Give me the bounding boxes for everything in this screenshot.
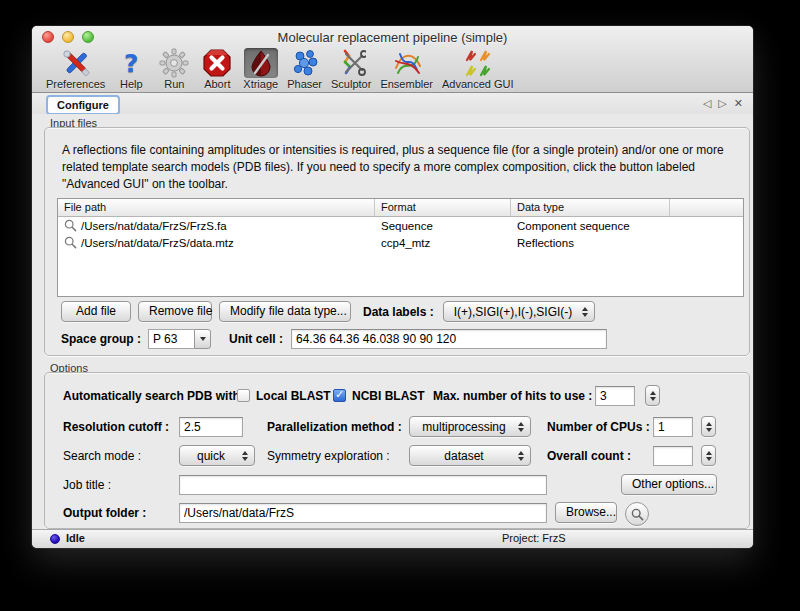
column-header-format[interactable]: Format: [375, 199, 511, 216]
toolbar-item-xtriage[interactable]: Xtriage: [243, 48, 278, 90]
tab-next-icon[interactable]: ▷: [718, 96, 726, 110]
format-cell: ccp4_mtz: [375, 237, 511, 249]
parallelization-method-label: Parallelization method :: [267, 416, 402, 438]
tab-prev-icon[interactable]: ◁: [703, 96, 711, 110]
column-header-data-type[interactable]: Data type: [511, 199, 670, 216]
modify-file-data-type-button[interactable]: Modify file data type...: [219, 301, 351, 322]
toolbar-label: Preferences: [46, 78, 105, 90]
combo-dropdown-button[interactable]: [194, 329, 211, 349]
remove-file-button[interactable]: Remove file: [138, 301, 212, 322]
data-type-cell: Component sequence: [511, 220, 670, 232]
browse-button[interactable]: Browse...: [555, 502, 617, 523]
magnifier-icon: [631, 508, 644, 521]
output-folder-input[interactable]: [179, 503, 547, 523]
toolbar: Preferences ? Help: [46, 48, 749, 92]
magnifier-icon: [64, 236, 77, 249]
data-type-cell: Reflections: [511, 237, 670, 249]
space-group-label: Space group :: [61, 328, 141, 350]
symmetry-exploration-dropdown[interactable]: dataset: [409, 445, 531, 466]
resolution-cutoff-label: Resolution cutoff :: [63, 416, 169, 438]
tab-close-icon[interactable]: ✕: [734, 96, 743, 110]
popup-arrows-icon: [578, 307, 594, 317]
column-header-file-path[interactable]: File path: [58, 199, 375, 216]
max-hits-stepper[interactable]: [645, 385, 660, 406]
format-cell: Sequence: [375, 220, 511, 232]
popup-arrows-icon: [238, 451, 254, 461]
abort-icon: [200, 48, 234, 78]
toolbar-item-help[interactable]: ? Help: [114, 48, 148, 90]
file-path-cell: /Users/nat/data/FrzS/data.mtz: [81, 237, 234, 249]
search-mode-dropdown[interactable]: quick: [179, 445, 255, 466]
input-files-description: A reflections file containing amplitudes…: [62, 142, 730, 193]
toolbar-item-phaser[interactable]: Phaser: [287, 48, 322, 90]
toolbar-label: Xtriage: [243, 78, 278, 90]
toolbar-label: Help: [120, 78, 143, 90]
add-file-button[interactable]: Add file: [61, 301, 131, 322]
xtriage-icon: [244, 48, 278, 78]
toolbar-item-preferences[interactable]: Preferences: [46, 48, 105, 90]
ensembler-icon: [390, 48, 424, 78]
data-labels-label: Data labels :: [363, 301, 434, 323]
tab-configure[interactable]: Configure: [46, 95, 120, 115]
local-blast-checkbox[interactable]: ✓: [237, 389, 250, 402]
status-bar: Idle Project: FrzS: [32, 529, 753, 548]
window-chrome: Molecular replacement pipeline (simple) …: [32, 26, 753, 93]
resolution-cutoff-input[interactable]: [179, 417, 243, 437]
input-files-groupbox: A reflections file containing amplitudes…: [44, 127, 750, 356]
overall-count-stepper[interactable]: [701, 445, 716, 466]
unit-cell-input[interactable]: [291, 329, 607, 349]
popup-arrows-icon: [514, 451, 530, 461]
popup-arrows-icon: [514, 422, 530, 432]
space-group-combobox[interactable]: [148, 329, 211, 349]
overall-count-input[interactable]: [653, 446, 693, 466]
file-table[interactable]: File path Format Data type /Users/nat/da…: [57, 198, 744, 297]
number-of-cpus-input[interactable]: [653, 417, 693, 437]
toolbar-item-advanced-gui[interactable]: Advanced GUI: [442, 48, 514, 90]
chevron-down-icon: [200, 337, 206, 341]
options-groupbox: Automatically search PDB with : ✓ Local …: [44, 372, 750, 529]
search-folder-button[interactable]: [625, 502, 649, 526]
toolbar-label: Advanced GUI: [442, 78, 514, 90]
table-row[interactable]: /Users/nat/data/FrzS/FrzS.fa Sequence Co…: [58, 217, 743, 234]
file-table-header[interactable]: File path Format Data type: [58, 199, 743, 217]
toolbar-item-abort[interactable]: Abort: [200, 48, 234, 90]
help-icon: ?: [114, 48, 148, 78]
tab-navigation: ◁ ▷ ✕: [703, 96, 743, 110]
toolbar-item-ensembler[interactable]: Ensembler: [380, 48, 433, 90]
table-row[interactable]: /Users/nat/data/FrzS/data.mtz ccp4_mtz R…: [58, 234, 743, 251]
ncbi-blast-label: NCBI BLAST: [352, 385, 425, 407]
job-title-label: Job title :: [63, 474, 111, 496]
unit-cell-label: Unit cell :: [229, 328, 283, 350]
max-hits-input[interactable]: [595, 386, 635, 406]
toolbar-item-run[interactable]: Run: [157, 48, 191, 90]
title-bar[interactable]: Molecular replacement pipeline (simple): [32, 26, 753, 48]
other-options-button[interactable]: Other options...: [621, 474, 717, 495]
data-labels-dropdown[interactable]: I(+),SIGI(+),I(-),SIGI(-): [443, 301, 595, 322]
parallelization-method-dropdown[interactable]: multiprocessing: [409, 416, 531, 437]
file-path-cell: /Users/nat/data/FrzS/FrzS.fa: [81, 220, 227, 232]
toolbar-item-sculptor[interactable]: Sculptor: [331, 48, 371, 90]
overall-count-label: Overall count :: [547, 445, 631, 467]
space-group-input[interactable]: [148, 329, 194, 349]
max-hits-label: Max. number of hits to use :: [433, 385, 592, 407]
advanced-gui-icon: [461, 48, 495, 78]
project-label: Project: FrzS: [502, 532, 566, 544]
ncbi-blast-checkbox[interactable]: ✓: [333, 389, 346, 402]
check-icon: ✓: [335, 389, 344, 400]
toolbar-label: Abort: [204, 78, 230, 90]
job-title-input[interactable]: [179, 475, 547, 495]
symmetry-exploration-label: Symmetry exploration :: [267, 445, 390, 467]
local-blast-label: Local BLAST: [256, 385, 331, 407]
status-indicator-icon: [50, 534, 60, 544]
sculptor-icon: [334, 48, 368, 78]
toolbar-label: Phaser: [287, 78, 322, 90]
auto-search-pdb-label: Automatically search PDB with :: [63, 385, 247, 407]
column-header-spacer: [670, 199, 743, 216]
toolbar-label: Sculptor: [331, 78, 371, 90]
number-of-cpus-stepper[interactable]: [701, 416, 716, 437]
toolbar-label: Run: [164, 78, 184, 90]
run-gear-icon: [157, 48, 191, 78]
app-window: Molecular replacement pipeline (simple) …: [32, 26, 753, 548]
output-folder-label: Output folder :: [63, 502, 146, 524]
tools-icon: [59, 48, 93, 78]
